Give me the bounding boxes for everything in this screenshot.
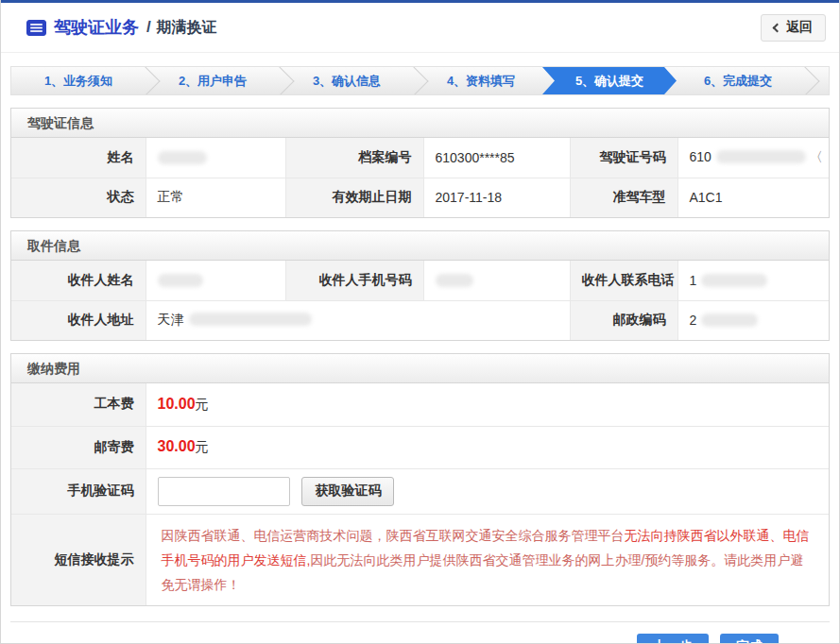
sms-notice-label: 短信接收提示: [11, 514, 146, 605]
file-no-label: 档案编号: [285, 138, 423, 178]
mailing-fee-amount: 30.00: [158, 438, 196, 454]
phone-prefix: 1: [690, 273, 697, 288]
step-label: 2、用户申告: [179, 73, 247, 90]
license-no-suffix: 〈: [810, 149, 823, 164]
license-form-icon: [26, 20, 46, 36]
license-no-prefix: 610: [690, 149, 711, 164]
notice-part-1: 因陕西省联通、电信运营商技术问题，陕西省互联网交通安全综合服务管理平台: [162, 528, 625, 543]
address-prefix: 天津: [158, 312, 184, 327]
redacted-license-no: [716, 150, 806, 163]
step-6-finish-submit[interactable]: 6、完成提交: [671, 67, 805, 94]
postal-code-label: 邮政编码: [570, 300, 677, 340]
class-value: A1C1: [677, 178, 829, 217]
fees-section-title: 缴纳费用: [11, 354, 829, 383]
recipient-address-label: 收件人地址: [11, 300, 146, 340]
sms-code-label: 手机验证码: [11, 468, 146, 514]
table-row: 状态 正常 有效期止日期 2017-11-18 准驾车型 A1C1: [11, 178, 829, 217]
step-label: 5、确认提交: [575, 73, 643, 90]
sms-code-cell: 获取验证码: [146, 468, 829, 514]
chevron-left-icon: [773, 23, 782, 32]
table-row: 邮寄费 30.00元: [11, 426, 829, 468]
page-header: 驾驶证业务 / 期满换证 返回: [1, 3, 839, 53]
postal-prefix: 2: [690, 313, 697, 328]
name-value: [146, 138, 285, 178]
pickup-section-title: 取件信息: [11, 231, 829, 261]
expiry-label: 有效期止日期: [285, 178, 423, 217]
mailing-fee-label: 邮寄费: [11, 426, 146, 468]
redacted-postal: [701, 314, 758, 327]
postal-code-value: 2: [677, 300, 829, 340]
back-button[interactable]: 返回: [761, 14, 826, 42]
table-row: 姓名 档案编号 610300****85 驾驶证号码 610〈: [11, 138, 829, 178]
table-row: 收件人地址 天津 邮政编码 2: [11, 300, 829, 340]
license-no-label: 驾驶证号码: [570, 138, 677, 178]
recipient-name-value: [146, 261, 285, 300]
production-fee-value: 10.00元: [146, 383, 829, 426]
step-5-confirm-submit[interactable]: 5、确认提交: [542, 67, 677, 94]
table-row: 收件人姓名 收件人手机号码 收件人联系电话 1: [11, 261, 829, 300]
mailing-fee-value: 30.00元: [146, 426, 829, 468]
recipient-name-label: 收件人姓名: [11, 261, 146, 300]
production-fee-label: 工本费: [11, 383, 146, 426]
get-sms-code-button[interactable]: 获取验证码: [301, 477, 394, 506]
production-fee-amount: 10.00: [158, 396, 196, 412]
redacted-address: [189, 313, 312, 326]
recipient-mobile-label: 收件人手机号码: [285, 261, 423, 300]
status-label: 状态: [11, 178, 146, 217]
back-button-label: 返回: [786, 19, 813, 36]
redacted-recipient-name: [158, 274, 203, 287]
license-info-table: 姓名 档案编号 610300****85 驾驶证号码 610〈 状态 正常 有效…: [11, 138, 829, 217]
license-section-title: 驾驶证信息: [11, 109, 829, 138]
fees-section: 缴纳费用 工本费 10.00元 邮寄费 30.00元 手机验证码 获取验证码 短…: [10, 353, 830, 606]
pickup-info-table: 收件人姓名 收件人手机号码 收件人联系电话 1 收件人地址 天津 邮政编码 2: [11, 261, 829, 340]
table-row: 手机验证码 获取验证码: [11, 468, 829, 514]
sms-notice-text: 因陕西省联通、电信运营商技术问题，陕西省互联网交通安全综合服务管理平台无法向持陕…: [146, 514, 829, 605]
sms-code-input[interactable]: [158, 477, 290, 506]
step-1-business-notice[interactable]: 1、业务须知: [11, 67, 146, 94]
recipient-phone-value: 1: [677, 261, 829, 300]
license-no-value: 610〈: [677, 138, 829, 178]
mailing-fee-unit: 元: [196, 439, 209, 454]
step-label: 1、业务须知: [44, 73, 112, 90]
file-no-value: 610300****85: [423, 138, 570, 178]
recipient-address-value: 天津: [146, 300, 570, 340]
recipient-phone-label: 收件人联系电话: [570, 261, 677, 300]
recipient-mobile-value: [423, 261, 570, 300]
license-info-section: 驾驶证信息 姓名 档案编号 610300****85 驾驶证号码 610〈 状态…: [10, 108, 830, 218]
step-2-user-declaration[interactable]: 2、用户申告: [146, 67, 280, 94]
finish-button[interactable]: 完成: [720, 634, 779, 644]
step-label: 3、确认信息: [313, 73, 381, 90]
redacted-name: [158, 151, 207, 164]
step-label: 6、完成提交: [704, 73, 772, 90]
step-label: 4、资料填写: [447, 73, 515, 90]
table-row: 短信接收提示 因陕西省联通、电信运营商技术问题，陕西省互联网交通安全综合服务管理…: [11, 514, 829, 605]
redacted-mobile: [436, 274, 473, 287]
class-label: 准驾车型: [570, 178, 677, 217]
step-4-fill-data[interactable]: 4、资料填写: [414, 67, 548, 94]
pickup-info-section: 取件信息 收件人姓名 收件人手机号码 收件人联系电话 1 收件人地址 天津 邮政…: [10, 230, 830, 341]
breadcrumb-current: 期满换证: [157, 18, 217, 38]
name-label: 姓名: [11, 138, 146, 178]
previous-step-button[interactable]: 上一步: [637, 634, 709, 644]
page-title: 驾驶证业务: [54, 16, 139, 39]
breadcrumb-separator: /: [146, 18, 151, 37]
redacted-phone: [701, 274, 767, 287]
step-3-confirm-info[interactable]: 3、确认信息: [280, 67, 414, 94]
footer-actions: 上一步 完成: [10, 621, 830, 644]
status-value: 正常: [146, 178, 285, 217]
fees-table: 工本费 10.00元 邮寄费 30.00元 手机验证码 获取验证码 短信接收提示…: [11, 383, 829, 605]
production-fee-unit: 元: [196, 397, 209, 412]
step-progress-bar: 1、业务须知 2、用户申告 3、确认信息 4、资料填写 5、确认提交 6、完成提…: [10, 66, 830, 95]
expiry-value: 2017-11-18: [423, 178, 570, 217]
table-row: 工本费 10.00元: [11, 383, 829, 426]
step-separator-icon: [790, 66, 819, 95]
